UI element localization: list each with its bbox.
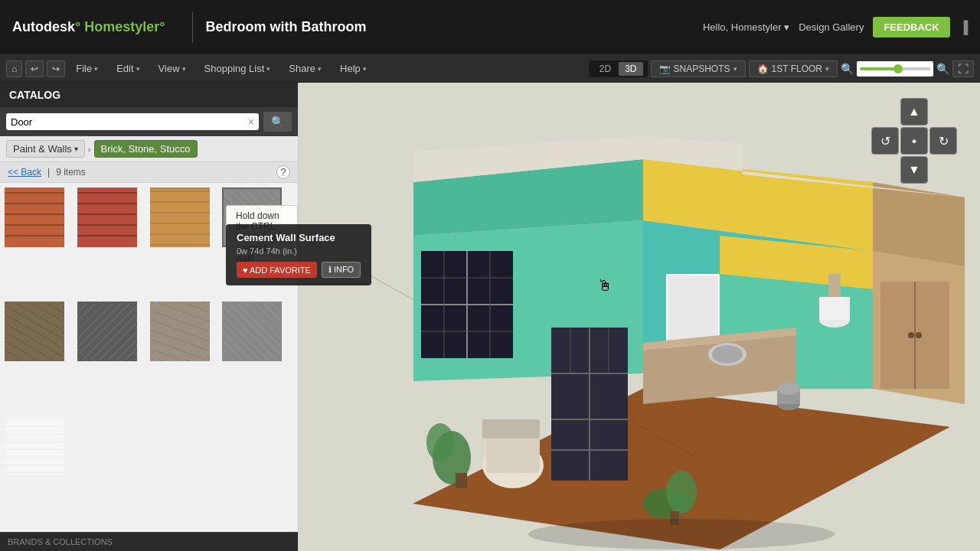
share-chevron: ▾	[318, 65, 322, 73]
search-input-wrap: ×	[6, 113, 259, 130]
breadcrumb-brick-stone[interactable]: Brick, Stone, Stucco	[94, 140, 198, 158]
texture-item[interactable]	[5, 187, 64, 247]
nav-down-button[interactable]: ▼	[900, 156, 928, 184]
undo-button[interactable]: ↩	[25, 60, 44, 77]
floor-selector[interactable]: 🏠 1ST FLOOR ▾	[749, 60, 838, 77]
nav-rotate-right-button[interactable]: ↻	[929, 127, 957, 155]
view-toggle: 2D 3D	[589, 60, 648, 77]
svg-rect-39	[456, 473, 467, 488]
edit-chevron: ▾	[136, 65, 140, 73]
scroll-indicator: ▐	[959, 21, 968, 34]
snapshots-button[interactable]: 📷 SNAPSHOTS ▾	[651, 60, 746, 77]
svg-point-57	[528, 519, 835, 549]
menu-view[interactable]: View ▾	[151, 60, 194, 77]
nav-up-button[interactable]: ▲	[900, 98, 928, 126]
clear-search-button[interactable]: ×	[248, 116, 254, 128]
zoom-slider[interactable]	[857, 61, 933, 77]
snapshots-chevron: ▾	[733, 65, 737, 73]
user-menu[interactable]: Hello, Homestyler ▾	[703, 21, 789, 33]
menubar: ⌂ ↩ ↪ File ▾ Edit ▾ View ▾ Shopping List…	[0, 55, 980, 83]
texture-item[interactable]	[222, 302, 282, 361]
nav-rotate-left-button[interactable]: ↺	[871, 127, 899, 155]
svg-point-46	[712, 345, 743, 364]
separator: |	[47, 167, 50, 178]
texture-item[interactable]	[5, 302, 64, 361]
breadcrumb-nav: Paint & Walls ▾ › Brick, Stone, Stucco	[0, 136, 298, 162]
zoom-in-icon[interactable]: 🔍	[936, 63, 949, 75]
divider	[192, 12, 193, 43]
svg-point-52	[908, 332, 914, 338]
project-title: Bedroom with Bathroom	[205, 19, 702, 35]
feedback-button[interactable]: FEEDBACK	[873, 17, 949, 37]
design-gallery-link[interactable]: Design Gallery	[799, 21, 864, 33]
texture-item[interactable]	[77, 302, 137, 361]
file-chevron: ▾	[94, 65, 98, 73]
search-row: × 🔍	[0, 107, 298, 136]
svg-rect-35	[486, 435, 540, 473]
svg-point-49	[777, 383, 800, 395]
menu-shopping-list[interactable]: Shopping List ▾	[197, 60, 279, 77]
paint-walls-chevron: ▾	[74, 145, 78, 153]
top-right-actions: Hello, Homestyler ▾ Design Gallery FEEDB…	[703, 17, 968, 37]
catalog-header: CATALOG	[0, 83, 298, 107]
items-header: << Back | 9 items ?	[0, 162, 298, 183]
floor-icon: 🏠	[757, 64, 769, 74]
texture-item[interactable]	[77, 187, 137, 247]
search-button[interactable]: 🔍	[263, 112, 292, 132]
svg-rect-36	[482, 419, 540, 439]
sidebar: CATALOG × 🔍 Paint & Walls ▾ › Brick, Sto…	[0, 83, 299, 551]
redo-button[interactable]: ↪	[47, 60, 65, 77]
canvas-area[interactable]: ▲ ↺ ● ↻ ▼ 🖱	[299, 83, 980, 551]
svg-point-38	[426, 423, 454, 461]
svg-point-53	[916, 332, 922, 338]
main-area: CATALOG × 🔍 Paint & Walls ▾ › Brick, Sto…	[0, 83, 980, 551]
floor-chevron: ▾	[825, 65, 829, 73]
svg-rect-55	[819, 297, 850, 320]
shopping-chevron: ▾	[266, 65, 270, 73]
menu-edit[interactable]: Edit ▾	[109, 60, 147, 77]
svg-rect-56	[828, 274, 841, 297]
breadcrumb-separator: ›	[88, 145, 91, 154]
texture-item[interactable]	[5, 415, 64, 474]
breadcrumb-paint-walls[interactable]: Paint & Walls ▾	[6, 140, 85, 158]
texture-item[interactable]	[150, 187, 210, 247]
svg-point-2	[893, 64, 903, 73]
svg-rect-1	[860, 67, 898, 70]
help-chevron: ▾	[363, 65, 367, 73]
back-link[interactable]: << Back	[8, 167, 41, 178]
view-chevron: ▾	[182, 65, 186, 73]
menu-help[interactable]: Help ▾	[332, 60, 374, 77]
app-logo: Autodesk° Homestyler°	[12, 19, 165, 35]
camera-icon: 📷	[659, 64, 671, 74]
menu-share[interactable]: Share ▾	[281, 60, 329, 77]
texture-item[interactable]	[150, 302, 210, 361]
nav-center-button[interactable]: ●	[900, 127, 928, 155]
texture-item[interactable]	[222, 187, 282, 247]
menu-file[interactable]: File ▾	[68, 60, 106, 77]
view-2d-button[interactable]: 2D	[593, 62, 617, 76]
fullscreen-button[interactable]: ⛶	[952, 60, 974, 77]
help-icon[interactable]: ?	[276, 165, 290, 179]
brands-footer[interactable]: BRANDS & COLLECTIONS	[0, 532, 298, 551]
svg-point-41	[666, 471, 697, 514]
search-input[interactable]	[11, 116, 248, 128]
items-count: 9 items	[56, 167, 86, 178]
catalog-label: CATALOG	[9, 89, 60, 101]
zoom-out-icon[interactable]: 🔍	[841, 63, 854, 75]
nav-controls: ▲ ↺ ● ↻ ▼	[871, 98, 957, 184]
home-button[interactable]: ⌂	[6, 60, 22, 77]
topbar: Autodesk° Homestyler° Bedroom with Bathr…	[0, 0, 980, 55]
view-3d-button[interactable]: 3D	[619, 62, 642, 76]
items-grid	[0, 183, 298, 532]
